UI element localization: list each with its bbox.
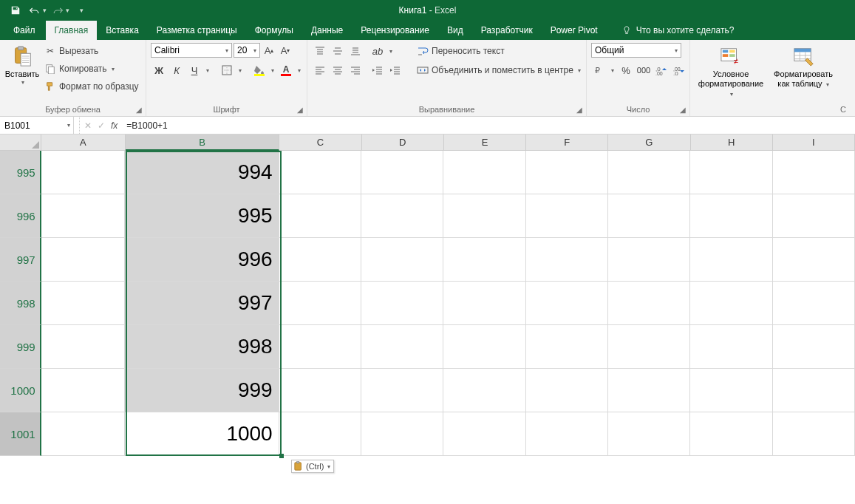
row-header[interactable]: 996 — [0, 194, 41, 238]
chevron-down-icon[interactable]: ▾ — [204, 67, 211, 74]
number-launcher[interactable]: ◢ — [678, 104, 688, 115]
orientation-button[interactable]: ab — [369, 43, 386, 59]
merge-center-button[interactable]: Объединить и поместить в центре ▾ — [415, 62, 582, 78]
cell[interactable]: 996 — [125, 238, 279, 282]
tab-formulas[interactable]: Формулы — [246, 21, 302, 40]
cell[interactable] — [443, 238, 525, 282]
cell[interactable] — [279, 369, 361, 412]
cell[interactable] — [361, 151, 443, 194]
cell[interactable] — [361, 369, 443, 412]
increase-indent-button[interactable] — [387, 62, 403, 78]
chevron-down-icon[interactable]: ▾ — [387, 48, 395, 55]
cell[interactable] — [608, 238, 690, 282]
align-bottom-button[interactable] — [347, 43, 364, 59]
cell[interactable] — [443, 282, 525, 325]
accounting-format-button[interactable]: ₽ — [591, 62, 607, 78]
comma-format-button[interactable]: 000 — [636, 62, 652, 78]
column-header[interactable]: H — [691, 134, 773, 150]
cell[interactable]: 994 — [125, 151, 279, 194]
column-header[interactable]: D — [362, 134, 444, 150]
tab-insert[interactable]: Вставка — [97, 21, 148, 40]
tab-developer[interactable]: Разработчик — [472, 21, 542, 40]
clipboard-launcher[interactable]: ◢ — [134, 104, 144, 115]
number-format-combo[interactable]: Общий ▾ — [591, 43, 681, 58]
tab-page-layout[interactable]: Разметка страницы — [148, 21, 246, 40]
cell[interactable]: 998 — [125, 325, 279, 369]
bold-button[interactable]: Ж — [151, 62, 167, 78]
chevron-down-icon[interactable]: ▾ — [236, 67, 244, 74]
cell[interactable] — [773, 369, 855, 412]
cell[interactable] — [41, 194, 125, 238]
chevron-down-icon[interactable]: ▾ — [296, 67, 303, 74]
cell[interactable] — [526, 412, 608, 456]
cell[interactable] — [608, 151, 690, 194]
cancel-formula-icon[interactable]: ✕ — [84, 120, 92, 131]
insert-function-icon[interactable]: fx — [111, 120, 117, 131]
tab-review[interactable]: Рецензирование — [352, 21, 438, 40]
undo-dropdown-icon[interactable]: ▾ — [43, 7, 47, 14]
cell[interactable] — [526, 238, 608, 282]
cell[interactable] — [690, 369, 772, 412]
cell[interactable] — [690, 325, 772, 369]
italic-button[interactable]: К — [168, 62, 185, 78]
cell[interactable]: 995 — [125, 194, 279, 238]
name-box[interactable]: B1001 ▾ — [0, 117, 74, 134]
cell[interactable] — [608, 282, 690, 325]
cell[interactable] — [41, 151, 125, 194]
decrease-indent-button[interactable] — [369, 62, 386, 78]
row-header[interactable]: 995 — [0, 151, 41, 194]
column-header[interactable]: A — [41, 134, 126, 150]
redo-icon[interactable] — [50, 2, 66, 18]
cell[interactable]: 999 — [125, 369, 279, 412]
cell[interactable] — [41, 412, 125, 456]
select-all-corner[interactable] — [0, 134, 41, 150]
font-color-button[interactable]: A — [278, 62, 294, 78]
font-name-combo[interactable]: Calibri ▾ — [151, 43, 232, 58]
column-header[interactable]: G — [608, 134, 690, 150]
paste-button[interactable]: Вставить ▾ — [4, 43, 40, 88]
cell[interactable] — [608, 194, 690, 238]
align-top-button[interactable] — [312, 43, 328, 59]
tab-view[interactable]: Вид — [438, 21, 472, 40]
cell[interactable] — [443, 412, 525, 456]
tab-data[interactable]: Данные — [302, 21, 352, 40]
cell[interactable] — [361, 325, 443, 369]
font-size-combo[interactable]: 20 ▾ — [234, 43, 260, 58]
cell[interactable] — [690, 238, 772, 282]
align-center-button[interactable] — [330, 62, 346, 78]
cell[interactable] — [526, 325, 608, 369]
wrap-text-button[interactable]: Переносить текст — [415, 43, 582, 59]
tell-me[interactable]: Что вы хотите сделать? — [607, 21, 735, 40]
cell[interactable] — [443, 369, 525, 412]
cell[interactable] — [526, 369, 608, 412]
cell[interactable] — [279, 325, 361, 369]
tab-powerpivot[interactable]: Power Pivot — [542, 21, 607, 40]
underline-button[interactable]: Ч — [186, 62, 202, 78]
column-header[interactable]: I — [773, 134, 855, 150]
formula-input[interactable]: =B1000+1 — [122, 117, 855, 134]
tab-file[interactable]: Файл — [3, 21, 46, 40]
cell[interactable] — [773, 282, 855, 325]
cell[interactable] — [443, 151, 525, 194]
cell[interactable] — [608, 369, 690, 412]
cell[interactable] — [690, 194, 772, 238]
cell[interactable] — [443, 194, 525, 238]
copy-button[interactable]: Копировать ▾ — [43, 61, 140, 77]
align-middle-button[interactable] — [330, 43, 346, 59]
column-header[interactable]: C — [279, 134, 361, 150]
fill-color-button[interactable] — [251, 62, 268, 78]
percent-format-button[interactable]: % — [618, 62, 634, 78]
save-icon[interactable] — [7, 2, 24, 18]
cell[interactable]: 997 — [125, 282, 279, 325]
font-launcher[interactable]: ◢ — [295, 104, 305, 115]
cell[interactable] — [361, 282, 443, 325]
undo-icon[interactable] — [27, 2, 43, 18]
cell[interactable] — [279, 238, 361, 282]
cell[interactable] — [41, 238, 125, 282]
cell[interactable] — [690, 412, 772, 456]
cell[interactable] — [608, 325, 690, 369]
chevron-down-icon[interactable]: ▾ — [609, 67, 616, 74]
borders-button[interactable] — [219, 62, 235, 78]
grow-font-button[interactable]: A▴ — [262, 43, 276, 58]
cell[interactable] — [773, 325, 855, 369]
